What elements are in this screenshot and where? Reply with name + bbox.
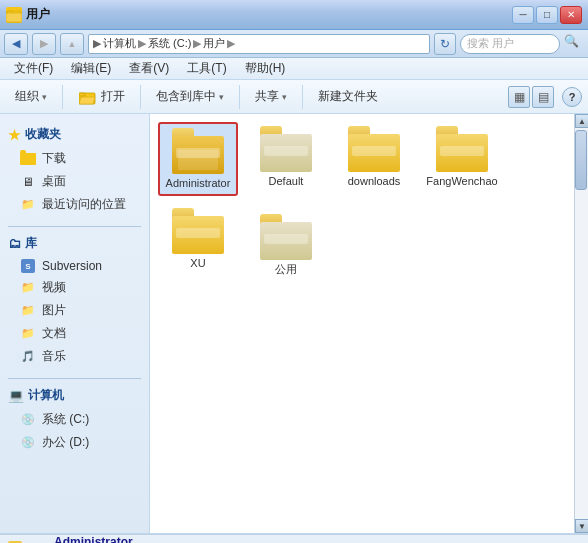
sidebar-item-docs-label: 文档 <box>42 325 66 342</box>
sidebar-item-docs[interactable]: 📁 文档 <box>0 322 149 345</box>
star-icon: ★ <box>8 127 21 143</box>
default-folder-icon <box>260 126 312 172</box>
d-drive-icon: 💿 <box>20 436 36 450</box>
sidebar-divider-1 <box>8 226 141 227</box>
music-icon: 🎵 <box>20 350 36 364</box>
library-section: 🗂 库 S Subversion 📁 视频 📁 图片 📁 文档 <box>0 231 149 368</box>
svg-rect-4 <box>79 93 85 96</box>
minimize-button[interactable]: ─ <box>512 6 534 24</box>
menu-tools[interactable]: 工具(T) <box>179 58 234 79</box>
open-folder-icon <box>78 87 98 107</box>
forward-button[interactable]: ▶ <box>32 33 56 55</box>
sidebar-item-desktop[interactable]: 🖥 桌面 <box>0 170 149 193</box>
search-box[interactable]: 搜索 用户 <box>460 34 560 54</box>
main-area: ★ 收藏夹 下载 🖥 桌面 📁 最近访问的位置 🗂 <box>0 114 588 534</box>
scrollbar-track[interactable]: ▲ ▼ <box>574 114 588 533</box>
maximize-button[interactable]: □ <box>536 6 558 24</box>
sidebar-item-music[interactable]: 🎵 音乐 <box>0 345 149 368</box>
administrator-folder-icon <box>172 128 224 174</box>
folder-default[interactable]: Default <box>246 122 326 196</box>
c-drive-icon: 💿 <box>20 413 36 427</box>
sidebar-item-downloads[interactable]: 下载 <box>0 147 149 170</box>
menu-view[interactable]: 查看(V) <box>121 58 177 79</box>
include-library-button[interactable]: 包含到库中 ▾ <box>147 84 233 109</box>
new-folder-button[interactable]: 新建文件夹 <box>309 84 387 109</box>
folder-fangwenchao[interactable]: FangWenchao <box>422 122 502 196</box>
sidebar-item-desktop-label: 桌面 <box>42 173 66 190</box>
status-bar: Administrator 修改日期: 2014/11/18 上午 11:32 … <box>0 534 588 543</box>
favorites-header[interactable]: ★ 收藏夹 <box>0 122 149 147</box>
path-sep1: ▶ <box>138 37 146 50</box>
xu-label: XU <box>190 257 205 270</box>
path-sep3: ▶ <box>227 37 235 50</box>
path-folder[interactable]: 用户 <box>203 36 225 51</box>
sidebar-item-subversion[interactable]: S Subversion <box>0 256 149 276</box>
sidebar-item-recent[interactable]: 📁 最近访问的位置 <box>0 193 149 216</box>
menu-edit[interactable]: 编辑(E) <box>63 58 119 79</box>
title-bar: 用户 ─ □ ✕ <box>0 0 588 30</box>
computer-section: 💻 计算机 💿 系统 (C:) 💿 办公 (D:) <box>0 383 149 454</box>
scroll-up-button[interactable]: ▲ <box>575 114 588 128</box>
favorites-label: 收藏夹 <box>25 126 61 143</box>
sidebar-item-c-drive-label: 系统 (C:) <box>42 411 89 428</box>
path-computer[interactable]: 计算机 <box>103 36 136 51</box>
open-button[interactable]: 打开 <box>69 83 134 111</box>
share-button[interactable]: 共享 ▾ <box>246 84 296 109</box>
computer-label: 计算机 <box>28 387 64 404</box>
window-title: 用户 <box>26 6 50 23</box>
back-button[interactable]: ◀ <box>4 33 28 55</box>
help-button[interactable]: ? <box>562 87 582 107</box>
scroll-down-button[interactable]: ▼ <box>575 519 588 533</box>
favorites-section: ★ 收藏夹 下载 🖥 桌面 📁 最近访问的位置 <box>0 122 149 216</box>
sidebar-item-d-drive-label: 办公 (D:) <box>42 434 89 451</box>
administrator-label: Administrator <box>166 177 231 190</box>
svg-marker-5 <box>79 97 95 104</box>
desktop-icon: 🖥 <box>20 175 36 189</box>
library-header[interactable]: 🗂 库 <box>0 231 149 256</box>
address-path[interactable]: ▶ 计算机 ▶ 系统 (C:) ▶ 用户 ▶ <box>88 34 430 54</box>
view-list-button[interactable]: ▤ <box>532 86 554 108</box>
path-arrow: ▶ <box>93 37 101 50</box>
computer-icon: 💻 <box>8 388 24 403</box>
path-drive[interactable]: 系统 (C:) <box>148 36 191 51</box>
window-controls: ─ □ ✕ <box>512 6 582 24</box>
sidebar-item-images[interactable]: 📁 图片 <box>0 299 149 322</box>
sidebar-item-subversion-label: Subversion <box>42 259 102 273</box>
folder-administrator[interactable]: Administrator <box>158 122 238 196</box>
menu-file[interactable]: 文件(F) <box>6 58 61 79</box>
folder-downloads[interactable]: downloads <box>334 122 414 196</box>
file-area-container: Administrator Default <box>150 114 588 533</box>
search-button[interactable]: 🔍 <box>564 34 584 54</box>
downloads-folder-icon <box>348 126 400 172</box>
status-text: Administrator 修改日期: 2014/11/18 上午 11:32 … <box>54 535 215 544</box>
sidebar-item-downloads-label: 下载 <box>42 150 66 167</box>
folder-xu[interactable]: XU <box>158 204 238 280</box>
organize-button[interactable]: 组织 ▾ <box>6 84 56 109</box>
public-label: 公用 <box>275 263 297 276</box>
library-label: 库 <box>25 235 37 252</box>
up-button[interactable]: ▲ <box>60 33 84 55</box>
close-button[interactable]: ✕ <box>560 6 582 24</box>
sidebar-item-video[interactable]: 📁 视频 <box>0 276 149 299</box>
public-folder-icon <box>260 214 312 260</box>
refresh-button[interactable]: ↻ <box>434 33 456 55</box>
sidebar-item-c-drive[interactable]: 💿 系统 (C:) <box>0 408 149 431</box>
computer-header[interactable]: 💻 计算机 <box>0 383 149 408</box>
scroll-thumb[interactable] <box>575 130 587 190</box>
sidebar-item-d-drive[interactable]: 💿 办公 (D:) <box>0 431 149 454</box>
video-icon: 📁 <box>20 281 36 295</box>
docs-icon: 📁 <box>20 327 36 341</box>
sidebar-divider-2 <box>8 378 141 379</box>
xu-folder-icon <box>172 208 224 254</box>
folder-public[interactable]: 公用 <box>246 210 326 280</box>
toolbar-separator-4 <box>302 85 303 109</box>
status-folder-name[interactable]: Administrator <box>54 535 215 544</box>
downloads-icon <box>20 152 36 166</box>
file-area: Administrator Default <box>150 114 588 288</box>
sidebar-item-recent-label: 最近访问的位置 <box>42 196 126 213</box>
menu-help[interactable]: 帮助(H) <box>237 58 294 79</box>
sidebar: ★ 收藏夹 下载 🖥 桌面 📁 最近访问的位置 🗂 <box>0 114 150 533</box>
view-icon-button[interactable]: ▦ <box>508 86 530 108</box>
toolbar-separator-2 <box>140 85 141 109</box>
toolbar-separator-1 <box>62 85 63 109</box>
